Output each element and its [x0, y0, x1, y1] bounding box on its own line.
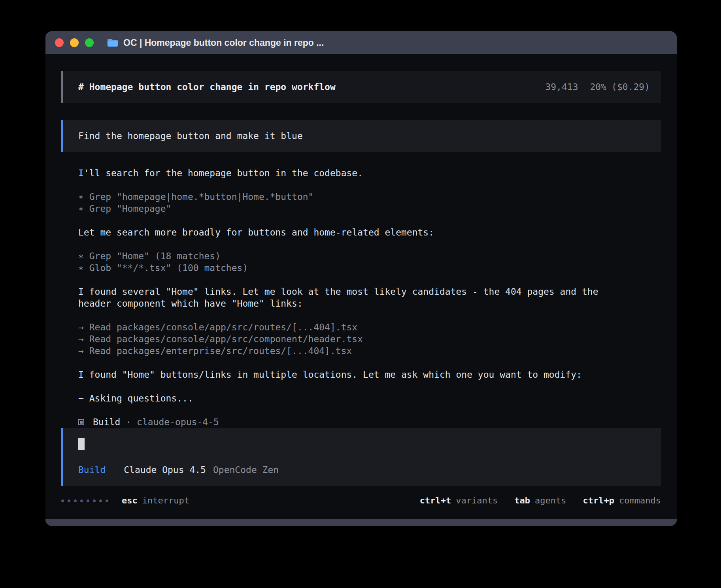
- window-title: OC | Homepage button color change in rep…: [123, 38, 324, 48]
- folder-icon: [107, 38, 118, 47]
- zoom-button[interactable]: [85, 38, 94, 47]
- assistant-text: I found several "Home" links. Let me loo…: [78, 286, 624, 309]
- hint-commands: ctrl+p commands: [583, 495, 661, 507]
- tool-call-glob: ∗ Glob "**/*.tsx" (100 matches): [78, 262, 661, 274]
- assistant-transcript: I'll search for the homepage button in t…: [61, 167, 661, 428]
- tool-call-grep: ∗ Grep "Home" (18 matches): [78, 250, 661, 262]
- assistant-text: Let me search more broadly for buttons a…: [78, 226, 661, 238]
- model-label: Claude Opus 4.5: [124, 464, 206, 476]
- tool-call-group: ∗ Grep "homepage|home.*button|Home.*butt…: [78, 191, 661, 215]
- tool-call-grep: ∗ Grep "homepage|home.*button|Home.*butt…: [78, 191, 661, 203]
- input-mode-row: Build Claude Opus 4.5 OpenCode Zen: [78, 464, 650, 476]
- user-message: Find the homepage button and make it blu…: [61, 120, 661, 152]
- agent-name: Build: [93, 416, 120, 428]
- commands-key-hint: ctrl+p: [583, 495, 614, 507]
- session-metrics: 39,413 20% ($0.29): [545, 81, 650, 93]
- tool-call-read: → Read packages/enterprise/src/routes/[.…: [78, 345, 661, 357]
- terminal-content: # Homepage button color change in repo w…: [45, 54, 677, 519]
- agent-model: claude-opus-4-5: [137, 416, 219, 428]
- agent-mode-label[interactable]: Build: [78, 464, 106, 476]
- esc-key-label: interrupt: [142, 495, 189, 507]
- tool-call-read: → Read packages/console/app/src/routes/[…: [78, 321, 661, 333]
- session-title: # Homepage button color change in repo w…: [78, 81, 336, 93]
- esc-key-hint: esc: [122, 495, 138, 507]
- session-cost: ($0.29): [612, 81, 650, 93]
- variants-key-label: variants: [456, 495, 498, 507]
- assistant-text: I found "Home" buttons/links in multiple…: [78, 369, 661, 381]
- asking-status: ~ Asking questions...: [78, 392, 661, 404]
- assistant-text: I'll search for the homepage button in t…: [78, 167, 661, 179]
- agent-mode-icon: [78, 419, 84, 425]
- variants-key-hint: ctrl+t: [420, 495, 451, 507]
- prompt-input[interactable]: Build Claude Opus 4.5 OpenCode Zen: [61, 428, 661, 486]
- window-titlebar[interactable]: OC | Homepage button color change in rep…: [45, 31, 677, 54]
- agents-key-hint: tab: [514, 495, 530, 507]
- traffic-lights: [55, 38, 94, 47]
- token-count: 39,413: [545, 81, 578, 93]
- hint-variants: ctrl+t variants: [420, 495, 498, 507]
- agents-key-label: agents: [535, 495, 566, 507]
- provider-label: OpenCode Zen: [213, 464, 279, 476]
- context-percent: 20%: [590, 81, 607, 93]
- spinner-dots: [61, 499, 108, 502]
- agent-status-row: Build · claude-opus-4-5: [78, 416, 661, 428]
- terminal-window: OC | Homepage button color change in rep…: [45, 31, 677, 526]
- hint-agents: tab agents: [514, 495, 566, 507]
- window-bottom-edge: [45, 519, 677, 526]
- tool-call-group: → Read packages/console/app/src/routes/[…: [78, 321, 661, 357]
- text-cursor: [78, 438, 85, 450]
- commands-key-label: commands: [619, 495, 661, 507]
- close-button[interactable]: [55, 38, 64, 47]
- agent-separator: ·: [126, 416, 131, 428]
- minimize-button[interactable]: [70, 38, 79, 47]
- keyboard-hints: ctrl+t variants tab agents ctrl+p comman…: [420, 495, 661, 507]
- hint-interrupt: esc interrupt: [122, 495, 189, 507]
- user-message-text: Find the homepage button and make it blu…: [78, 131, 303, 141]
- session-header: # Homepage button color change in repo w…: [61, 71, 661, 103]
- status-bar: esc interrupt ctrl+t variants tab agents…: [61, 486, 661, 515]
- tool-call-read: → Read packages/console/app/src/componen…: [78, 333, 661, 345]
- tool-call-grep: ∗ Grep "Homepage": [78, 203, 661, 215]
- tool-call-group: ∗ Grep "Home" (18 matches) ∗ Glob "**/*.…: [78, 250, 661, 274]
